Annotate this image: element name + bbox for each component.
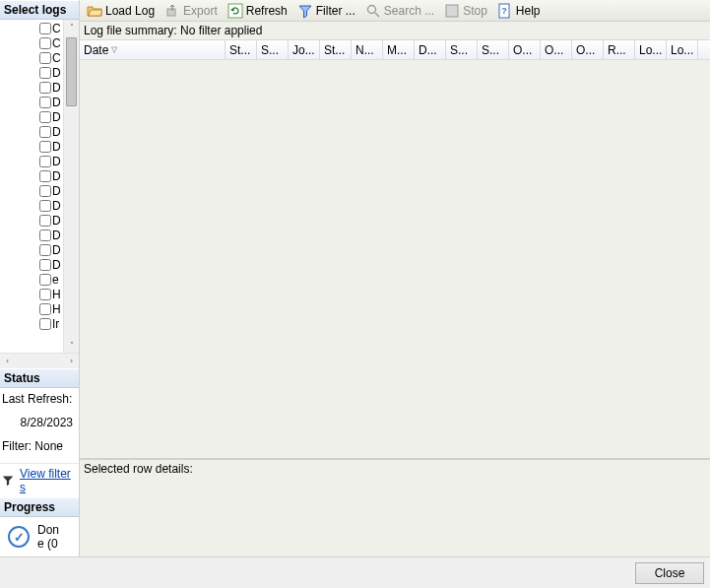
progress-done-icon: ✓ — [8, 526, 30, 548]
scroll-right-arrow[interactable]: › — [64, 354, 79, 368]
log-list-item[interactable]: D — [0, 198, 63, 213]
log-list-item[interactable]: D — [0, 228, 63, 242]
log-checkbox[interactable] — [39, 82, 51, 94]
log-checkbox[interactable] — [39, 23, 51, 34]
column-header[interactable]: D... — [415, 40, 446, 59]
column-header[interactable]: Lo... — [635, 40, 667, 59]
log-item-label: D — [51, 199, 61, 213]
stop-button[interactable]: Stop — [441, 2, 490, 20]
log-list-item[interactable]: C — [0, 21, 63, 35]
filter-status: Filter: None — [2, 439, 77, 453]
log-checkbox[interactable] — [39, 229, 51, 241]
log-item-label: D — [51, 169, 61, 183]
log-item-label: D — [51, 243, 61, 257]
log-list-item[interactable]: e — [0, 272, 63, 287]
log-list-hscroll[interactable]: ‹ › — [0, 353, 79, 368]
filter-button[interactable]: Filter ... — [294, 2, 358, 20]
log-list-item[interactable]: D — [0, 80, 63, 95]
column-header[interactable]: Jo... — [289, 40, 320, 59]
log-list-item[interactable]: D — [0, 124, 63, 139]
funnel-icon — [297, 3, 313, 19]
column-header[interactable]: St... — [320, 40, 352, 59]
refresh-button[interactable]: Refresh — [225, 2, 290, 20]
log-item-label: D — [51, 184, 61, 198]
column-header[interactable]: M... — [383, 40, 415, 59]
column-header[interactable]: O... — [509, 40, 541, 59]
column-header[interactable]: O... — [572, 40, 604, 59]
search-button[interactable]: Search ... — [362, 2, 437, 20]
svg-rect-1 — [228, 4, 242, 18]
log-item-label: H — [51, 302, 61, 316]
column-header[interactable]: St... — [226, 40, 257, 59]
log-checkbox[interactable] — [39, 200, 51, 212]
log-list-item[interactable]: H — [0, 301, 63, 316]
scroll-down-arrow[interactable]: ˅ — [64, 338, 79, 353]
last-refresh-value: 8/28/2023 — [2, 412, 77, 429]
log-checkbox[interactable] — [39, 303, 51, 315]
log-checkbox[interactable] — [39, 259, 51, 271]
view-filters-link[interactable]: View filter s — [20, 467, 77, 494]
log-checkbox[interactable] — [39, 97, 51, 108]
log-checkbox[interactable] — [39, 67, 51, 79]
log-checkbox[interactable] — [39, 141, 51, 153]
log-list-item[interactable]: D — [0, 242, 63, 257]
log-checkbox[interactable] — [39, 215, 51, 227]
column-header[interactable]: Lo... — [667, 40, 698, 59]
log-list-item[interactable]: H — [0, 287, 63, 301]
log-item-label: D — [51, 96, 61, 109]
scroll-thumb[interactable] — [66, 37, 77, 106]
log-list-item[interactable]: D — [0, 95, 63, 109]
refresh-icon — [227, 3, 243, 19]
column-header[interactable]: N... — [352, 40, 383, 59]
log-item-label: D — [51, 214, 61, 228]
toolbar: Load Log Export Refresh Filter ... — [80, 0, 710, 22]
log-list-item[interactable]: D — [0, 168, 63, 183]
svg-rect-3 — [446, 5, 458, 17]
log-checkbox[interactable] — [39, 318, 51, 330]
log-item-label: e — [51, 273, 59, 287]
column-header[interactable]: S... — [257, 40, 289, 59]
log-list-item[interactable]: Ir — [0, 316, 63, 331]
select-logs-header: Select logs — [0, 0, 79, 20]
log-list-item[interactable]: D — [0, 213, 63, 228]
log-list-item[interactable]: D — [0, 109, 63, 124]
column-header[interactable]: O... — [541, 40, 572, 59]
log-item-label: D — [51, 229, 61, 242]
log-checkbox[interactable] — [39, 111, 51, 123]
log-checkbox[interactable] — [39, 156, 51, 167]
log-checkbox[interactable] — [39, 244, 51, 256]
help-button[interactable]: ? Help — [494, 2, 544, 20]
log-list-item[interactable]: D — [0, 65, 63, 80]
log-checkbox[interactable] — [39, 170, 51, 182]
grid-body[interactable] — [80, 60, 710, 458]
footer: Close — [0, 556, 710, 588]
log-list-item[interactable]: C — [0, 50, 63, 65]
log-list-scrollbar[interactable]: ˄ ˅ — [63, 20, 79, 353]
log-checkbox[interactable] — [39, 289, 51, 300]
column-header[interactable]: S... — [478, 40, 509, 59]
column-headers: Date▽St...S...Jo...St...N...M...D...S...… — [80, 40, 710, 60]
last-refresh-label: Last Refresh: — [2, 392, 77, 406]
close-button[interactable]: Close — [635, 562, 704, 584]
log-list-item[interactable]: D — [0, 139, 63, 154]
log-list-item[interactable]: C — [0, 35, 63, 50]
log-item-label: C — [51, 36, 61, 50]
progress-text: Don e (0 — [37, 523, 59, 551]
column-header[interactable]: Date▽ — [80, 40, 226, 59]
column-header[interactable]: S... — [446, 40, 478, 59]
log-checkbox[interactable] — [39, 52, 51, 64]
log-checkbox[interactable] — [39, 126, 51, 138]
log-item-label: C — [51, 51, 61, 65]
scroll-left-arrow[interactable]: ‹ — [0, 354, 15, 368]
log-list-item[interactable]: D — [0, 183, 63, 198]
log-list-item[interactable]: D — [0, 257, 63, 272]
log-checkbox[interactable] — [39, 185, 51, 197]
load-log-button[interactable]: Load Log — [84, 2, 158, 20]
log-list-item[interactable]: D — [0, 154, 63, 168]
log-item-label: D — [51, 81, 61, 95]
log-checkbox[interactable] — [39, 274, 51, 286]
scroll-up-arrow[interactable]: ˄ — [64, 20, 79, 34]
column-header[interactable]: R... — [604, 40, 635, 59]
export-button[interactable]: Export — [161, 2, 221, 20]
log-checkbox[interactable] — [39, 37, 51, 49]
